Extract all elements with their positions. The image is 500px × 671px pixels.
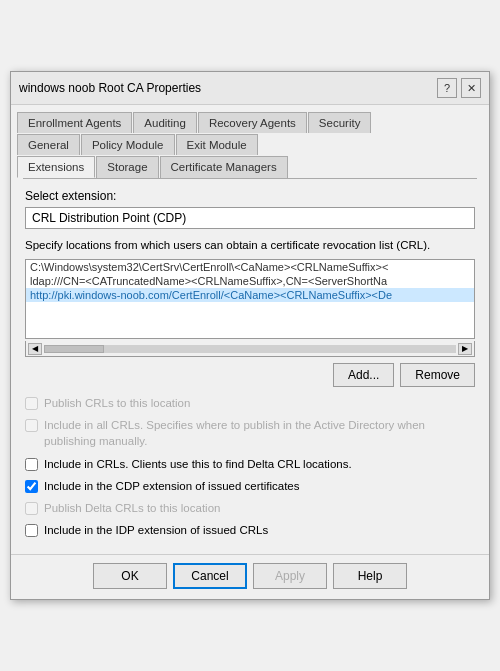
horizontal-scrollbar[interactable]: ◀ ▶ (25, 341, 475, 357)
tab-row-3: Extensions Storage Certificate Managers (17, 155, 483, 177)
tab-extensions[interactable]: Extensions (17, 156, 95, 178)
close-button[interactable]: ✕ (461, 78, 481, 98)
scroll-track[interactable] (44, 345, 456, 353)
tab-enrollment-agents[interactable]: Enrollment Agents (17, 112, 132, 133)
checkbox-include-in-crls: Include in CRLs. Clients use this to fin… (25, 456, 475, 472)
cancel-button[interactable]: Cancel (173, 563, 247, 589)
list-item[interactable]: C:\Windows\system32\CertSrv\CertEnroll\<… (26, 260, 474, 274)
publish-crls-label: Publish CRLs to this location (44, 395, 190, 411)
ok-button[interactable]: OK (93, 563, 167, 589)
checkbox-publish-crls: Publish CRLs to this location (25, 395, 475, 411)
tab-row-2: General Policy Module Exit Module (17, 133, 483, 154)
include-in-crls-label: Include in CRLs. Clients use this to fin… (44, 456, 352, 472)
tab-policy-module[interactable]: Policy Module (81, 134, 175, 155)
list-item[interactable]: ldap:///CN=<CATruncatedName><CRLNameSuff… (26, 274, 474, 288)
window-title: windows noob Root CA Properties (19, 81, 201, 95)
scroll-thumb[interactable] (44, 345, 104, 353)
add-button[interactable]: Add... (333, 363, 394, 387)
tab-security[interactable]: Security (308, 112, 372, 133)
content-area: Select extension: CRL Distribution Point… (11, 179, 489, 554)
extension-dropdown-wrapper: CRL Distribution Point (CDP) (25, 207, 475, 229)
publish-delta-crls-checkbox[interactable] (25, 502, 38, 515)
select-extension-label: Select extension: (25, 189, 475, 203)
bottom-buttons: OK Cancel Apply Help (11, 554, 489, 599)
help-title-button[interactable]: ? (437, 78, 457, 98)
include-in-crls-checkbox[interactable] (25, 458, 38, 471)
tab-general[interactable]: General (17, 134, 80, 155)
remove-button[interactable]: Remove (400, 363, 475, 387)
tab-certificate-managers[interactable]: Certificate Managers (160, 156, 288, 178)
add-remove-buttons: Add... Remove (25, 363, 475, 387)
apply-button[interactable]: Apply (253, 563, 327, 589)
title-bar-controls: ? ✕ (437, 78, 481, 98)
tab-recovery-agents[interactable]: Recovery Agents (198, 112, 307, 133)
tab-exit-module[interactable]: Exit Module (176, 134, 258, 155)
tab-auditing[interactable]: Auditing (133, 112, 197, 133)
scroll-right-button[interactable]: ▶ (458, 343, 472, 355)
cdp-extension-checkbox[interactable] (25, 480, 38, 493)
tab-area: Enrollment Agents Auditing Recovery Agen… (11, 105, 489, 179)
cdp-extension-label: Include in the CDP extension of issued c… (44, 478, 299, 494)
tab-row-1: Enrollment Agents Auditing Recovery Agen… (17, 111, 483, 132)
extension-dropdown[interactable]: CRL Distribution Point (CDP) (25, 207, 475, 229)
publish-crls-checkbox[interactable] (25, 397, 38, 410)
description-text: Specify locations from which users can o… (25, 237, 475, 253)
include-all-crls-label: Include in all CRLs. Specifies where to … (44, 417, 475, 449)
title-bar: windows noob Root CA Properties ? ✕ (11, 72, 489, 105)
scroll-left-button[interactable]: ◀ (28, 343, 42, 355)
list-item-selected[interactable]: http://pki.windows-noob.com/CertEnroll/<… (26, 288, 474, 302)
publish-delta-crls-label: Publish Delta CRLs to this location (44, 500, 220, 516)
checkbox-include-all-crls: Include in all CRLs. Specifies where to … (25, 417, 475, 449)
help-button[interactable]: Help (333, 563, 407, 589)
tab-storage[interactable]: Storage (96, 156, 158, 178)
main-window: windows noob Root CA Properties ? ✕ Enro… (10, 71, 490, 600)
checkbox-cdp-extension: Include in the CDP extension of issued c… (25, 478, 475, 494)
include-all-crls-checkbox[interactable] (25, 419, 38, 432)
checkbox-idp-extension: Include in the IDP extension of issued C… (25, 522, 475, 538)
idp-extension-checkbox[interactable] (25, 524, 38, 537)
location-list[interactable]: C:\Windows\system32\CertSrv\CertEnroll\<… (25, 259, 475, 339)
checkbox-publish-delta-crls: Publish Delta CRLs to this location (25, 500, 475, 516)
idp-extension-label: Include in the IDP extension of issued C… (44, 522, 268, 538)
